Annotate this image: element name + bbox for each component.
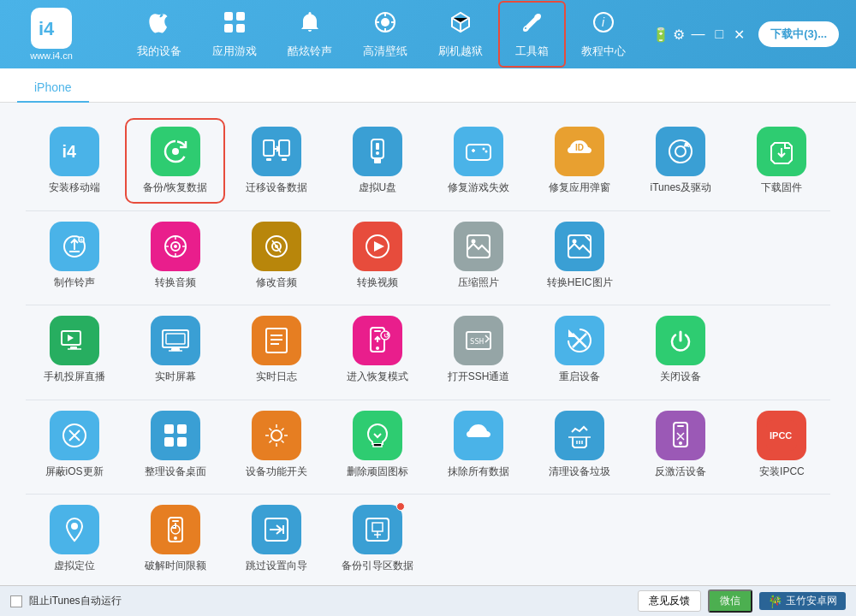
make-ringtone-label: 制作铃声 xyxy=(54,276,95,290)
tool-recovery-mode[interactable]: ↺ 进入恢复模式 xyxy=(329,309,425,391)
nav-ringtones[interactable]: 酷炫铃声 xyxy=(272,3,348,66)
svg-text:i: i xyxy=(602,15,605,29)
tool-backup-restore[interactable]: 备份/恢复数据 xyxy=(127,120,223,202)
svg-point-7 xyxy=(381,18,389,27)
feedback-button[interactable]: 意见反馈 xyxy=(638,590,701,612)
nav-toolbox[interactable]: 工具箱 xyxy=(498,1,566,68)
svg-rect-18 xyxy=(374,158,381,163)
empty-r5-7 xyxy=(734,498,830,580)
tool-convert-video[interactable]: 转换视频 xyxy=(329,215,425,297)
nav-tutorials-label: 教程中心 xyxy=(581,44,626,59)
svg-text:i4: i4 xyxy=(62,142,76,161)
tool-wipe-all[interactable]: 抹除所有数据 xyxy=(431,404,527,486)
empty-r5-6 xyxy=(633,498,729,580)
tool-make-ringtone[interactable]: + 制作铃声 xyxy=(26,215,122,297)
close-button[interactable]: ✕ xyxy=(730,27,748,43)
nav-my-device[interactable]: 我的设备 xyxy=(122,3,197,66)
nav-toolbox-label: 工具箱 xyxy=(515,44,549,59)
svg-text:↺: ↺ xyxy=(383,332,389,340)
tool-deactivate[interactable]: 反激活设备 xyxy=(633,404,729,486)
tool-block-ios-update[interactable]: 屏蔽iOS更新 xyxy=(26,404,122,486)
settings-icon[interactable]: ⚙ xyxy=(673,27,685,43)
tool-fix-game[interactable]: 修复游戏失效 xyxy=(431,120,527,202)
tool-download-firmware[interactable]: 下载固件 xyxy=(734,120,830,202)
deactivate-icon xyxy=(656,411,705,460)
screen-mirror-label: 手机投屏直播 xyxy=(44,370,105,384)
install-mobile-label: 安装移动端 xyxy=(49,181,100,195)
svg-rect-64 xyxy=(677,425,684,427)
convert-video-icon xyxy=(353,222,402,271)
break-timelimit-label: 破解时间限额 xyxy=(145,560,206,573)
tab-iphone[interactable]: iPhone xyxy=(17,74,89,103)
tool-backup-partition[interactable]: 备份引导区数据 xyxy=(329,498,425,580)
device-functions-label: 设备功能开关 xyxy=(246,465,307,479)
convert-heic-label: 转换HEIC图片 xyxy=(547,276,613,290)
tool-realtime-log[interactable]: 实时日志 xyxy=(228,309,324,391)
fix-game-icon xyxy=(454,127,503,176)
svg-rect-50 xyxy=(374,330,381,332)
nav-tutorials[interactable]: i 教程中心 xyxy=(566,3,641,66)
tool-compress-photo[interactable]: 压缩照片 xyxy=(431,215,527,297)
tool-convert-heic[interactable]: 转换HEIC图片 xyxy=(532,215,628,297)
tool-row-1: i4 安装移动端 备份/恢复数据 迁移设备数据 xyxy=(26,120,830,202)
tool-itunes-driver[interactable]: iTunes及驱动 xyxy=(633,120,729,202)
nav-wallpapers[interactable]: 高清壁纸 xyxy=(348,3,423,66)
edit-audio-label: 修改音频 xyxy=(256,276,297,290)
tool-virtual-location[interactable]: 虚拟定位 xyxy=(26,498,122,580)
box-icon xyxy=(448,9,473,41)
edit-audio-icon xyxy=(252,222,301,271)
svg-rect-59 xyxy=(177,424,187,434)
restart-device-label: 重启设备 xyxy=(559,370,600,384)
tool-skip-setup[interactable]: 跳过设置向导 xyxy=(228,498,324,580)
backup-restore-icon xyxy=(151,127,200,176)
block-ios-update-label: 屏蔽iOS更新 xyxy=(45,465,104,479)
tool-shutdown-device[interactable]: 关闭设备 xyxy=(633,309,729,391)
tool-realtime-screen[interactable]: 实时屏幕 xyxy=(127,309,223,391)
recovery-mode-icon: ↺ xyxy=(353,316,402,365)
nav-jailbreak[interactable]: 刷机越狱 xyxy=(423,3,498,66)
svg-rect-61 xyxy=(177,437,187,447)
svg-rect-19 xyxy=(376,143,379,150)
convert-audio-label: 转换音频 xyxy=(155,276,196,290)
svg-point-51 xyxy=(376,346,379,350)
tool-install-ipcc[interactable]: IPCC 安装IPCC xyxy=(734,404,830,486)
tool-delete-stubborn[interactable]: 删除顽固图标 xyxy=(329,404,425,486)
svg-rect-60 xyxy=(164,437,174,447)
tool-migrate-data[interactable]: 迁移设备数据 xyxy=(228,120,324,202)
realtime-screen-icon xyxy=(151,316,200,365)
tray-icon: 🔋 xyxy=(652,27,669,43)
install-ipcc-icon: IPCC xyxy=(757,411,806,460)
nav-wallpapers-label: 高清壁纸 xyxy=(363,44,407,59)
maximize-button[interactable]: □ xyxy=(712,27,728,42)
fix-game-label: 修复游戏失效 xyxy=(448,181,509,195)
install-mobile-icon: i4 xyxy=(50,127,99,176)
delete-stubborn-label: 删除顽固图标 xyxy=(347,465,408,479)
nav-apps-games[interactable]: 应用游戏 xyxy=(197,3,272,66)
download-firmware-label: 下载固件 xyxy=(761,181,802,195)
svg-rect-58 xyxy=(164,424,174,434)
tool-virtual-udisk[interactable]: 虚拟U盘 xyxy=(329,120,425,202)
virtual-udisk-label: 虚拟U盘 xyxy=(359,181,397,195)
weixin-button[interactable]: 微信 xyxy=(708,589,752,613)
svg-text:SSH: SSH xyxy=(470,337,484,346)
tool-convert-audio[interactable]: 转换音频 xyxy=(127,215,223,297)
tool-device-functions[interactable]: 设备功能开关 xyxy=(228,404,324,486)
tool-organize-desktop[interactable]: 整理设备桌面 xyxy=(127,404,223,486)
nav-ringtones-label: 酷炫铃声 xyxy=(288,44,332,59)
tool-edit-audio[interactable]: 修改音频 xyxy=(228,215,324,297)
organize-desktop-label: 整理设备桌面 xyxy=(145,465,206,479)
open-ssh-icon: SSH xyxy=(454,316,503,365)
tool-open-ssh[interactable]: SSH 打开SSH通道 xyxy=(431,309,527,391)
tool-install-mobile[interactable]: i4 安装移动端 xyxy=(26,120,122,202)
tool-fix-popup[interactable]: ID 修复应用弹窗 xyxy=(532,120,628,202)
tool-row-2: + 制作铃声 转换音频 xyxy=(26,215,830,297)
tool-restart-device[interactable]: 重启设备 xyxy=(532,309,628,391)
minimize-button[interactable]: — xyxy=(688,27,709,42)
download-button[interactable]: 下载中(3)... xyxy=(758,21,839,47)
tool-screen-mirror[interactable]: 手机投屏直播 xyxy=(26,309,122,391)
restart-device-icon xyxy=(555,316,604,365)
tool-break-timelimit[interactable]: 破解时间限额 xyxy=(127,498,223,580)
tool-clean-junk[interactable]: 清理设备垃圾 xyxy=(532,404,628,486)
app-header: i4 www.i4.cn 我的设备 应用游戏 酷炫铃声 xyxy=(0,0,856,68)
itunes-checkbox[interactable] xyxy=(10,595,22,607)
